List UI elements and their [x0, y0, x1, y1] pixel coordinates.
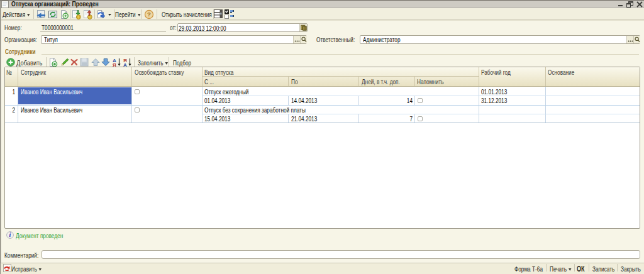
svg-text:i: i	[9, 231, 11, 238]
svg-text:?: ?	[147, 11, 151, 18]
